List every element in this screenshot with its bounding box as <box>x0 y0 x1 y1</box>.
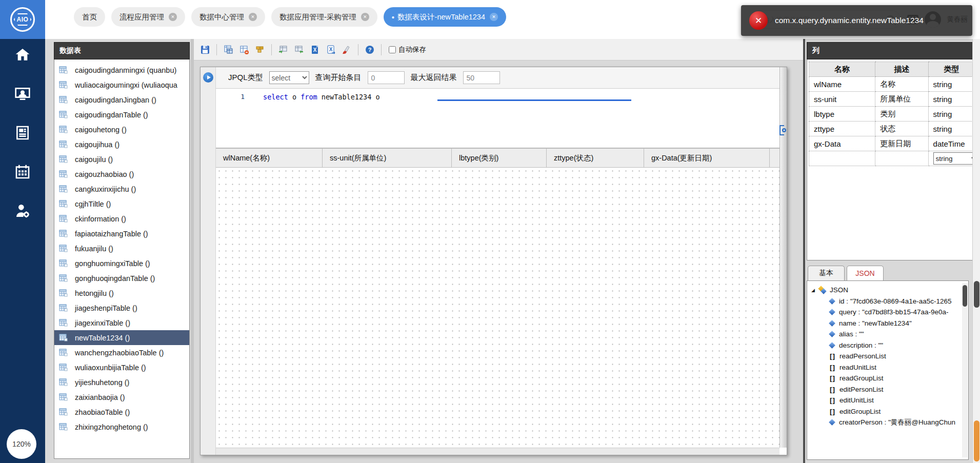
tab-close-icon[interactable]: ✕ <box>169 13 177 21</box>
column-cell[interactable]: string <box>928 92 974 107</box>
collapse-caret-icon[interactable]: ◢ <box>811 288 818 293</box>
column-cell[interactable]: 名称 <box>875 77 928 92</box>
table-tree-item[interactable]: wuliaoxunbijiaTable () <box>54 360 189 375</box>
scrollbar-thumb-highlighted[interactable] <box>974 420 979 461</box>
table-tree-item[interactable]: caigoujihua () <box>54 137 189 152</box>
json-tree-node[interactable]: []editGroupList <box>811 406 968 417</box>
home-icon[interactable] <box>14 46 31 64</box>
window-scrollbar[interactable] <box>972 39 980 463</box>
json-tree-node[interactable]: []readPersonList <box>811 351 968 362</box>
table-tree-item[interactable]: gonghuomingxiTable () <box>54 256 189 271</box>
table-tree-item[interactable]: jiagexinxiTable () <box>54 315 189 330</box>
column-cell[interactable]: wlName <box>809 77 875 92</box>
table-tree-item[interactable]: caigoujilu () <box>54 152 189 167</box>
column-cell[interactable]: ss-unit <box>809 92 875 107</box>
tab-3[interactable]: 数据应用管理-采购管理✕ <box>271 7 377 27</box>
tab-0[interactable]: 首页 <box>74 7 105 27</box>
column-cell[interactable]: gx-Data <box>809 136 875 151</box>
json-tree-node[interactable]: id : "7fcd063e-0869-4a1e-aa5c-1265 <box>811 296 968 307</box>
panel-divider[interactable] <box>191 39 194 463</box>
zoom-level-badge[interactable]: 120% <box>7 429 36 459</box>
json-root-row[interactable]: ◢ JSON <box>811 285 968 296</box>
table-tree-item[interactable]: cgjhTiltle () <box>54 196 189 211</box>
table-tree-item[interactable]: caigoudingdanJingban () <box>54 92 189 107</box>
grid-column-header[interactable]: ss-unit(所属单位) <box>323 149 452 167</box>
jpql-code-editor[interactable]: 1 select o from newTable1234 o <box>216 89 779 148</box>
table-tree-item[interactable]: fukuanjilu () <box>54 241 189 256</box>
detail-tab-JSON[interactable]: JSON <box>847 266 884 280</box>
news-icon[interactable] <box>14 124 31 142</box>
user-monitor-icon[interactable] <box>14 85 31 103</box>
table-tree-item[interactable]: gonghuoqingdanTable () <box>54 271 189 286</box>
column-cell[interactable]: 所属单位 <box>875 92 928 107</box>
table-tree-item[interactable]: zhixingzhonghetong () <box>54 419 189 434</box>
excel-export-icon[interactable]: X <box>325 44 337 56</box>
table-tree-item[interactable]: caigouhetong () <box>54 122 189 137</box>
jpql-type-select[interactable]: select <box>269 71 309 84</box>
table-tree-item[interactable]: wanchengzhaobiaoTable () <box>54 345 189 360</box>
column-cell[interactable]: string <box>928 107 974 122</box>
table-tree-item[interactable]: newTable1234 () <box>54 330 189 345</box>
table-tree-item[interactable]: ckinformation () <box>54 211 189 226</box>
export-table-icon[interactable] <box>293 44 305 56</box>
copy-table-icon[interactable] <box>222 44 234 56</box>
column-cell[interactable]: lbtype <box>809 107 875 122</box>
column-cell[interactable]: dateTime <box>928 136 974 151</box>
new-column-type-select[interactable]: string <box>933 152 975 165</box>
table-tree-item[interactable]: zaixianbaojia () <box>54 390 189 405</box>
json-tree-node[interactable]: []editPersonList <box>811 384 968 395</box>
column-config-icon[interactable] <box>777 125 788 136</box>
table-tree-item[interactable]: fapiaotaizhangTable () <box>54 226 189 241</box>
tab-1[interactable]: 流程应用管理✕ <box>111 7 185 27</box>
save-icon[interactable] <box>199 44 211 56</box>
scrollbar-thumb[interactable] <box>974 281 979 308</box>
column-cell[interactable]: 状态 <box>875 122 928 136</box>
json-panel-scrollbar[interactable] <box>962 283 968 457</box>
table-tree-item[interactable]: wuliaocaigoumingxi (wuliaoqua <box>54 77 189 92</box>
table-tree-item[interactable]: zhaobiaoTable () <box>54 405 189 419</box>
clean-icon[interactable] <box>341 44 353 56</box>
json-tree-node[interactable]: []editUnitList <box>811 395 968 406</box>
json-tree-node[interactable]: alias : "" <box>811 329 968 340</box>
json-tree-node[interactable]: creatorPerson : "黄春丽@HuangChun <box>811 417 968 428</box>
run-query-button[interactable] <box>203 72 213 83</box>
autosave-checkbox[interactable] <box>389 46 396 53</box>
grid-column-header[interactable]: lbtype(类别) <box>452 149 547 167</box>
excel-import-icon[interactable]: X <box>309 44 321 56</box>
app-logo[interactable]: AIO <box>0 0 45 39</box>
json-tree-node[interactable]: description : "" <box>811 340 968 351</box>
bricks-icon[interactable] <box>254 44 266 56</box>
table-tree-item[interactable]: jiageshenpiTable () <box>54 300 189 315</box>
column-cell[interactable]: zttype <box>809 122 875 136</box>
table-tree-item[interactable]: caigoudingdanmingxi (quanbu) <box>54 63 189 77</box>
max-results-input[interactable] <box>463 71 500 84</box>
column-cell[interactable]: string <box>928 77 974 92</box>
table-tree-item[interactable]: caigoudingdanTable () <box>54 107 189 122</box>
grid-column-header[interactable]: wlName(名称) <box>216 149 323 167</box>
start-entry-input[interactable] <box>368 71 405 84</box>
tab-4[interactable]: •数据表设计-newTable1234✕ <box>384 7 506 27</box>
result-grid-body[interactable] <box>216 168 779 448</box>
column-cell[interactable]: 类别 <box>875 107 928 122</box>
table-tree-item[interactable]: yijieshuhetong () <box>54 375 189 390</box>
detail-tab-基本[interactable]: 基本 <box>808 266 845 280</box>
column-cell[interactable]: string <box>928 122 974 136</box>
card-horizontal-scrollbar[interactable] <box>216 448 779 455</box>
tab-close-icon[interactable]: ✕ <box>490 13 498 21</box>
grid-column-header[interactable]: gx-Data(更新日期) <box>644 149 770 167</box>
table-tree-item[interactable]: hetongjilu () <box>54 286 189 300</box>
import-table-icon[interactable] <box>277 44 289 56</box>
json-tree-node[interactable]: name : "newTable1234" <box>811 318 968 329</box>
help-icon[interactable]: ? <box>364 44 376 56</box>
calendar-icon[interactable] <box>14 163 31 180</box>
json-tree-node[interactable]: []readGroupList <box>811 373 968 384</box>
json-tree-node[interactable]: []readUnitList <box>811 362 968 373</box>
delete-table-icon[interactable] <box>238 44 250 56</box>
column-cell[interactable]: 更新日期 <box>875 136 928 151</box>
table-tree-item[interactable]: caigouzhaobiao () <box>54 167 189 182</box>
user-settings-icon[interactable] <box>14 202 31 219</box>
grid-column-header[interactable]: zttype(状态) <box>547 149 644 167</box>
tab-2[interactable]: 数据中心管理✕ <box>191 7 265 27</box>
table-tree-item[interactable]: cangkuxinxijichu () <box>54 182 189 196</box>
tab-close-icon[interactable]: ✕ <box>361 13 369 21</box>
